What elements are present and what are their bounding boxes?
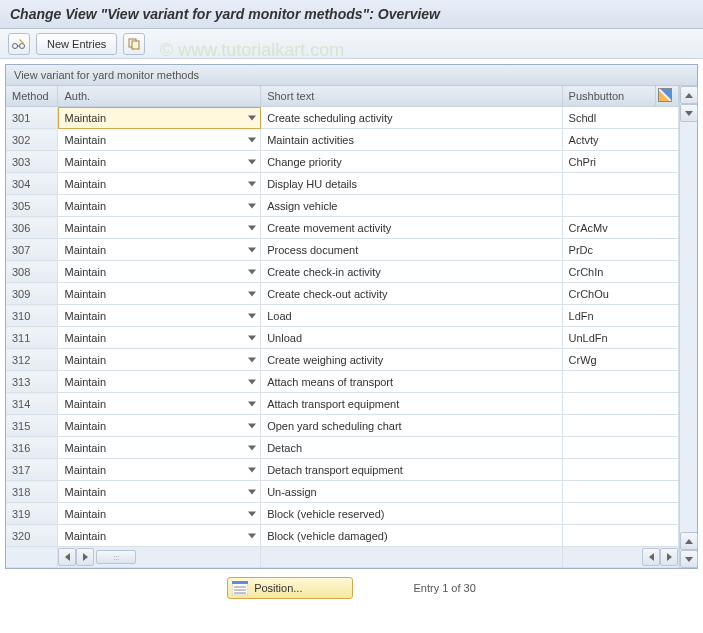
table-row[interactable]: 309MaintainCreate check-out activityCrCh… — [6, 283, 679, 305]
auth-dropdown[interactable]: Maintain — [58, 195, 261, 217]
position-button[interactable]: Position... — [227, 577, 353, 599]
table-row[interactable]: 315MaintainOpen yard scheduling chart — [6, 415, 679, 437]
auth-dropdown[interactable]: Maintain — [58, 503, 261, 525]
vscroll-up-button-2[interactable] — [680, 532, 698, 550]
table-row[interactable]: 318MaintainUn-assign — [6, 481, 679, 503]
short-text-cell[interactable]: Block (vehicle damaged) — [261, 525, 562, 547]
method-cell[interactable]: 305 — [6, 195, 58, 217]
pushbutton-cell[interactable]: ChPri — [562, 151, 678, 173]
auth-dropdown[interactable]: Maintain — [58, 327, 261, 349]
short-text-cell[interactable]: Open yard scheduling chart — [261, 415, 562, 437]
table-row[interactable]: 301MaintainCreate scheduling activitySch… — [6, 107, 679, 129]
pushbutton-cell[interactable]: PrDc — [562, 239, 678, 261]
copy-button[interactable] — [123, 33, 145, 55]
toggle-change-mode-button[interactable] — [8, 33, 30, 55]
short-text-cell[interactable]: Create check-in activity — [261, 261, 562, 283]
hscroll-right-button[interactable] — [76, 548, 94, 566]
short-text-cell[interactable]: Un-assign — [261, 481, 562, 503]
auth-dropdown[interactable]: Maintain — [58, 437, 261, 459]
short-text-cell[interactable]: Assign vehicle — [261, 195, 562, 217]
short-text-cell[interactable]: Maintain activities — [261, 129, 562, 151]
pushbutton-cell[interactable]: CrChIn — [562, 261, 678, 283]
method-cell[interactable]: 315 — [6, 415, 58, 437]
auth-dropdown[interactable]: Maintain — [58, 481, 261, 503]
method-cell[interactable]: 313 — [6, 371, 58, 393]
new-entries-button[interactable]: New Entries — [36, 33, 117, 55]
method-cell[interactable]: 306 — [6, 217, 58, 239]
short-text-cell[interactable]: Detach transport equipment — [261, 459, 562, 481]
header-pushbutton[interactable]: Pushbutton — [562, 86, 656, 107]
table-row[interactable]: 313MaintainAttach means of transport — [6, 371, 679, 393]
method-cell[interactable]: 311 — [6, 327, 58, 349]
header-auth[interactable]: Auth. — [58, 86, 261, 107]
table-row[interactable]: 314MaintainAttach transport equipment — [6, 393, 679, 415]
pushbutton-cell[interactable]: CrAcMv — [562, 217, 678, 239]
pushbutton-cell[interactable] — [562, 437, 678, 459]
method-cell[interactable]: 307 — [6, 239, 58, 261]
auth-dropdown[interactable]: Maintain — [58, 283, 261, 305]
short-text-cell[interactable]: Process document — [261, 239, 562, 261]
table-row[interactable]: 303MaintainChange priorityChPri — [6, 151, 679, 173]
table-row[interactable]: 317MaintainDetach transport equipment — [6, 459, 679, 481]
header-settings[interactable] — [656, 86, 679, 107]
vscroll-down-button[interactable] — [680, 104, 698, 122]
pushbutton-cell[interactable] — [562, 459, 678, 481]
pushbutton-cell[interactable] — [562, 415, 678, 437]
auth-dropdown[interactable]: Maintain — [58, 173, 261, 195]
pushbutton-cell[interactable] — [562, 371, 678, 393]
auth-dropdown[interactable]: Maintain — [58, 371, 261, 393]
pushbutton-cell[interactable]: Actvty — [562, 129, 678, 151]
short-text-cell[interactable]: Block (vehicle reserved) — [261, 503, 562, 525]
method-cell[interactable]: 303 — [6, 151, 58, 173]
auth-dropdown[interactable]: Maintain — [58, 349, 261, 371]
hscroll-left-button-2[interactable] — [642, 548, 660, 566]
short-text-cell[interactable]: Create check-out activity — [261, 283, 562, 305]
hscroll-thumb[interactable]: ::: — [96, 550, 136, 564]
table-row[interactable]: 320MaintainBlock (vehicle damaged) — [6, 525, 679, 547]
pushbutton-cell[interactable]: LdFn — [562, 305, 678, 327]
pushbutton-cell[interactable] — [562, 525, 678, 547]
short-text-cell[interactable]: Change priority — [261, 151, 562, 173]
short-text-cell[interactable]: Detach — [261, 437, 562, 459]
short-text-cell[interactable]: Display HU details — [261, 173, 562, 195]
pushbutton-cell[interactable]: CrChOu — [562, 283, 678, 305]
vscroll-down-button-2[interactable] — [680, 550, 698, 568]
table-row[interactable]: 302MaintainMaintain activitiesActvty — [6, 129, 679, 151]
auth-dropdown[interactable]: Maintain — [58, 151, 261, 173]
method-cell[interactable]: 317 — [6, 459, 58, 481]
method-cell[interactable]: 319 — [6, 503, 58, 525]
pushbutton-cell[interactable] — [562, 195, 678, 217]
method-cell[interactable]: 316 — [6, 437, 58, 459]
hscroll-auth[interactable]: ::: — [58, 547, 260, 567]
short-text-cell[interactable]: Unload — [261, 327, 562, 349]
short-text-cell[interactable]: Attach means of transport — [261, 371, 562, 393]
method-cell[interactable]: 314 — [6, 393, 58, 415]
vscroll-up-button[interactable] — [680, 86, 698, 104]
pushbutton-cell[interactable] — [562, 481, 678, 503]
auth-dropdown[interactable]: Maintain — [58, 239, 261, 261]
pushbutton-cell[interactable]: UnLdFn — [562, 327, 678, 349]
auth-dropdown[interactable]: Maintain — [58, 393, 261, 415]
table-row[interactable]: 311MaintainUnloadUnLdFn — [6, 327, 679, 349]
table-row[interactable]: 316MaintainDetach — [6, 437, 679, 459]
auth-dropdown[interactable]: Maintain — [58, 261, 261, 283]
short-text-cell[interactable]: Create weighing activity — [261, 349, 562, 371]
pushbutton-cell[interactable] — [562, 503, 678, 525]
header-method[interactable]: Method — [6, 86, 58, 107]
auth-dropdown[interactable]: Maintain — [58, 415, 261, 437]
auth-dropdown[interactable]: Maintain — [58, 217, 261, 239]
short-text-cell[interactable]: Create scheduling activity — [261, 107, 562, 129]
hscroll-left-button[interactable] — [58, 548, 76, 566]
method-cell[interactable]: 309 — [6, 283, 58, 305]
table-row[interactable]: 305MaintainAssign vehicle — [6, 195, 679, 217]
method-cell[interactable]: 310 — [6, 305, 58, 327]
pushbutton-cell[interactable]: CrWg — [562, 349, 678, 371]
pushbutton-cell[interactable]: Schdl — [562, 107, 678, 129]
auth-dropdown[interactable]: Maintain — [58, 525, 261, 547]
pushbutton-cell[interactable] — [562, 173, 678, 195]
method-cell[interactable]: 318 — [6, 481, 58, 503]
table-row[interactable]: 307MaintainProcess documentPrDc — [6, 239, 679, 261]
method-cell[interactable]: 320 — [6, 525, 58, 547]
method-cell[interactable]: 302 — [6, 129, 58, 151]
auth-dropdown[interactable]: Maintain — [58, 129, 261, 151]
